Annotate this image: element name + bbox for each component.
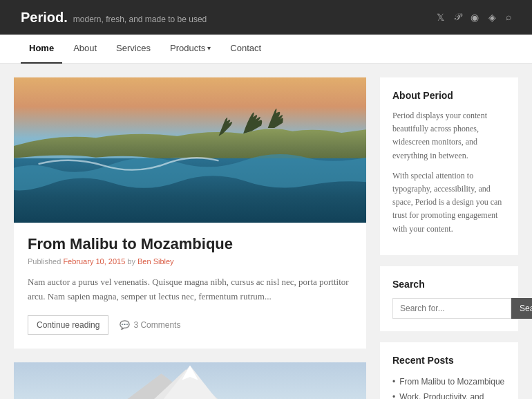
pinterest-icon[interactable]: 𝒫 [454, 12, 461, 23]
post-featured-image-1 [14, 77, 366, 223]
recent-posts-widget: Recent Posts From Malibu to MozambiqueWo… [380, 342, 518, 399]
about-widget-text2: With special attention to typography, ac… [392, 169, 506, 236]
about-widget-text1: Period displays your content beautifully… [392, 109, 506, 163]
site-nav: Home About Services Products ▾ Contact [0, 35, 532, 64]
instagram-icon[interactable]: ◉ [471, 12, 479, 24]
site-branding: Period. modern, fresh, and made to be us… [21, 10, 207, 26]
post-featured-image-2 [14, 362, 366, 399]
header-icons: 𝕏 𝒫 ◉ ◈ ⌕ [437, 12, 511, 24]
nav-item-products[interactable]: Products ▾ [162, 35, 219, 64]
author-by: by [127, 257, 137, 266]
comments-count-1: 3 Comments [133, 320, 180, 330]
twitter-icon[interactable]: 𝕏 [437, 12, 444, 24]
recent-post-item[interactable]: From Malibu to Mozambique [392, 374, 506, 390]
recent-posts-list: From Malibu to MozambiqueWork, Productiv… [392, 374, 506, 399]
post-footer-1: Continue reading 💬 3 Comments [28, 315, 352, 335]
site-tagline: modern, fresh, and made to be used [73, 15, 207, 24]
comments-link-1[interactable]: 💬 3 Comments [120, 320, 180, 330]
post-author-1[interactable]: Ben Sibley [137, 257, 174, 266]
published-label: Published [28, 257, 63, 266]
site-header: Period. modern, fresh, and made to be us… [0, 0, 532, 35]
site-content: From Malibu to Mozambique Published Febr… [0, 64, 532, 399]
ocean-image [14, 77, 366, 223]
rss-icon[interactable]: ◈ [488, 12, 496, 24]
search-button[interactable]: Search [511, 298, 532, 319]
post-card-1: From Malibu to Mozambique Published Febr… [14, 77, 366, 349]
recent-posts-title: Recent Posts [392, 355, 506, 366]
about-widget: About Period Period displays your conten… [380, 77, 518, 255]
nav-item-about[interactable]: About [65, 35, 105, 64]
search-form: Search [392, 298, 506, 319]
continue-reading-button-1[interactable]: Continue reading [28, 315, 108, 335]
nav-item-services[interactable]: Services [108, 35, 159, 64]
site-title: Period. [21, 10, 68, 26]
post-excerpt-1: Nam auctor a purus vel venenatis. Quisqu… [28, 275, 352, 304]
post-date-1[interactable]: February 10, 2015 [63, 257, 125, 266]
search-input[interactable] [392, 298, 511, 319]
products-chevron: ▾ [207, 44, 211, 52]
post-card-2 [14, 362, 366, 399]
comment-bubble-icon: 💬 [120, 320, 130, 330]
search-widget: Search Search [380, 266, 518, 331]
post-title-1: From Malibu to Mozambique [28, 235, 352, 253]
recent-post-item[interactable]: Work, Productivity, and Decision Making [392, 389, 506, 399]
search-widget-title: Search [392, 279, 506, 290]
nav-item-contact[interactable]: Contact [222, 35, 269, 64]
post-body-1: From Malibu to Mozambique Published Febr… [14, 223, 366, 349]
sidebar: About Period Period displays your conten… [380, 77, 518, 399]
nav-item-home[interactable]: Home [21, 35, 62, 64]
post-meta-1: Published February 10, 2015 by Ben Sible… [28, 257, 352, 266]
about-widget-title: About Period [392, 90, 506, 101]
main-content: From Malibu to Mozambique Published Febr… [14, 77, 366, 399]
search-header-icon[interactable]: ⌕ [506, 12, 511, 23]
